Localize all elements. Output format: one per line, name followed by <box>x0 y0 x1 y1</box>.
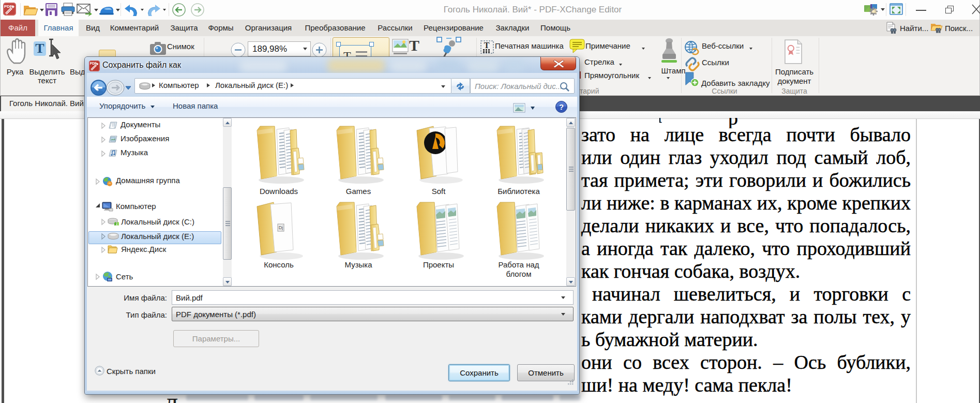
svg-text:T: T <box>35 41 44 56</box>
svg-text:T: T <box>484 41 490 50</box>
svg-text:T: T <box>409 37 419 54</box>
